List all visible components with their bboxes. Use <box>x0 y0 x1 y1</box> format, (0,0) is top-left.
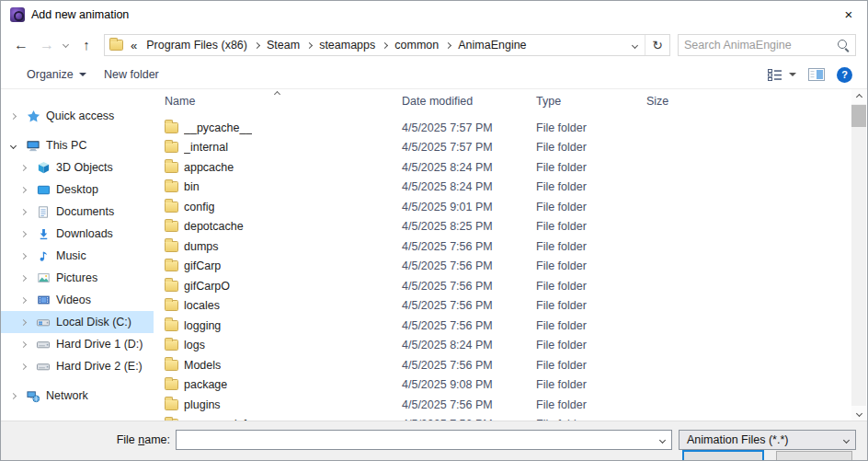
file-row[interactable]: __pycache__4/5/2025 7:57 PMFile folder <box>154 118 851 138</box>
sidebar-item-desktop[interactable]: Desktop <box>1 179 154 201</box>
sidebar-item-network[interactable]: Network <box>1 385 154 407</box>
cancel-button[interactable] <box>776 451 852 461</box>
breadcrumb-segment-steam[interactable]: Steam <box>260 35 306 55</box>
column-header-size[interactable]: Size <box>639 89 694 113</box>
file-row[interactable]: locales4/5/2025 7:56 PMFile folder <box>154 296 851 317</box>
cube-icon <box>36 160 51 175</box>
expander-chevron-icon[interactable] <box>18 294 28 305</box>
file-name-input[interactable] <box>177 433 653 446</box>
column-header-name[interactable]: Name <box>165 89 394 113</box>
sidebar-item-videos[interactable]: Videos <box>1 289 154 311</box>
expander-chevron-icon[interactable] <box>18 339 28 350</box>
address-dropdown-chevron-icon[interactable] <box>624 43 645 48</box>
type-cell: File folder <box>529 240 639 253</box>
sidebar-item-documents[interactable]: Documents <box>1 201 154 223</box>
file-name-combobox <box>176 430 672 450</box>
file-row[interactable]: bin4/5/2025 8:24 PMFile folder <box>154 178 851 198</box>
search-icon[interactable] <box>835 37 851 53</box>
back-icon[interactable]: ← <box>8 29 34 61</box>
views-icon <box>768 69 782 81</box>
breadcrumb-segment-common[interactable]: common <box>388 35 445 55</box>
file-row[interactable]: config4/5/2025 9:01 PMFile folder <box>154 197 851 217</box>
address-bar[interactable]: « Program Files (x86)Steamsteamappscommo… <box>104 34 670 56</box>
sidebar-item-label: Downloads <box>56 227 113 240</box>
expander-chevron-icon[interactable] <box>18 361 28 372</box>
dialog-footer: File name: Animation Files (*.*) <box>1 421 867 460</box>
file-row[interactable]: dumps4/5/2025 7:56 PMFile folder <box>154 236 851 257</box>
app-icon <box>10 7 25 22</box>
search-input[interactable] <box>679 39 835 52</box>
file-row[interactable]: logs4/5/2025 8:24 PMFile folder <box>154 336 851 356</box>
disk-icon <box>36 359 51 374</box>
file-row[interactable]: depotcache4/5/2025 8:25 PMFile folder <box>154 217 851 237</box>
breadcrumb-overflow[interactable]: « <box>128 39 140 52</box>
file-name-text: package <box>184 378 227 391</box>
recent-locations-chevron-icon[interactable] <box>58 29 73 61</box>
sidebar-item-hard-drive-1-d[interactable]: Hard Drive 1 (D:) <box>1 333 154 355</box>
expander-chevron-icon[interactable] <box>8 390 17 401</box>
file-row[interactable]: gifCarp4/5/2025 7:56 PMFile folder <box>154 257 851 277</box>
picture-icon <box>36 271 51 285</box>
breadcrumb-separator-icon[interactable] <box>254 43 260 48</box>
sidebar-item-this-pc[interactable]: This PC <box>1 134 154 156</box>
sidebar-item-music[interactable]: Music <box>1 245 154 267</box>
up-icon[interactable]: ↑ <box>74 29 98 61</box>
expander-chevron-icon[interactable] <box>18 250 28 261</box>
file-row[interactable]: gifCarpO4/5/2025 7:56 PMFile folder <box>154 276 851 296</box>
expander-chevron-icon[interactable] <box>8 140 17 151</box>
type-cell: File folder <box>529 201 639 213</box>
folder-icon <box>165 221 178 232</box>
column-header-type[interactable]: Type <box>529 89 639 113</box>
column-header-date-modified[interactable]: Date modified <box>394 89 529 113</box>
open-button[interactable] <box>682 450 764 461</box>
sidebar-item-label: Local Disk (C:) <box>56 316 131 328</box>
file-row[interactable]: appcache4/5/2025 8:24 PMFile folder <box>154 157 851 178</box>
preview-pane-icon[interactable] <box>808 68 825 81</box>
file-type-dropdown[interactable]: Animation Files (*.*) <box>679 430 856 450</box>
date-modified-cell: 4/5/2025 8:24 PM <box>394 161 529 174</box>
new-folder-button[interactable]: New folder <box>104 61 159 88</box>
breadcrumb-segment-steamapps[interactable]: steamapps <box>313 35 382 55</box>
breadcrumb-separator-icon[interactable] <box>445 43 451 48</box>
expander-chevron-icon[interactable] <box>18 272 28 283</box>
expander-chevron-icon[interactable] <box>18 228 28 239</box>
file-row[interactable]: package4/5/2025 9:08 PMFile folder <box>154 375 851 396</box>
forward-icon: → <box>34 29 60 61</box>
file-row[interactable]: plugins4/5/2025 7:56 PMFile folder <box>154 395 851 415</box>
sidebar-item-label: Documents <box>56 205 114 218</box>
scroll-up-icon[interactable] <box>851 89 866 104</box>
file-row[interactable]: _internal4/5/2025 7:57 PMFile folder <box>154 138 851 158</box>
file-row[interactable]: logging4/5/2025 7:56 PMFile folder <box>154 316 851 336</box>
file-name-dropdown-chevron-icon[interactable] <box>653 438 671 443</box>
folder-icon <box>165 360 178 371</box>
new-folder-label: New folder <box>104 68 159 81</box>
close-icon[interactable]: × <box>833 1 864 29</box>
expander-chevron-icon[interactable] <box>18 184 28 195</box>
expander-chevron-icon[interactable] <box>18 206 28 217</box>
breadcrumb-separator-icon[interactable] <box>382 43 388 48</box>
expander-chevron-icon[interactable] <box>18 162 28 173</box>
sidebar-item-downloads[interactable]: Downloads <box>1 223 154 245</box>
expander-chevron-icon[interactable] <box>8 110 17 121</box>
sidebar-item-label: Music <box>56 249 86 262</box>
sidebar-item-quick-access[interactable]: Quick access <box>1 105 154 127</box>
vertical-scrollbar[interactable] <box>851 89 866 421</box>
scroll-down-icon[interactable] <box>851 406 866 421</box>
sidebar-item-pictures[interactable]: Pictures <box>1 267 154 289</box>
window-title: Add new animation <box>31 1 129 29</box>
type-cell: File folder <box>529 220 639 233</box>
breadcrumb-segment-program-files-x86[interactable]: Program Files (x86) <box>140 35 254 55</box>
scrollbar-thumb[interactable] <box>851 105 866 127</box>
sidebar-item-3d-objects[interactable]: 3D Objects <box>1 156 154 179</box>
expander-chevron-icon[interactable] <box>18 317 28 328</box>
breadcrumb-separator-icon[interactable] <box>306 43 313 48</box>
file-row[interactable]: Models4/5/2025 7:56 PMFile folder <box>154 355 851 375</box>
change-view-button[interactable] <box>768 69 796 81</box>
breadcrumb-segment-animaengine[interactable]: AnimaEngine <box>451 35 532 55</box>
sidebar-item-hard-drive-2-e[interactable]: Hard Drive 2 (E:) <box>1 355 154 377</box>
breadcrumb: Program Files (x86)SteamsteamappscommonA… <box>140 35 532 55</box>
sidebar-item-local-disk-c[interactable]: Local Disk (C:) <box>1 311 154 333</box>
refresh-icon[interactable]: ↻ <box>645 35 669 55</box>
help-icon[interactable]: ? <box>837 67 852 83</box>
organize-button[interactable]: Organize <box>27 61 86 88</box>
